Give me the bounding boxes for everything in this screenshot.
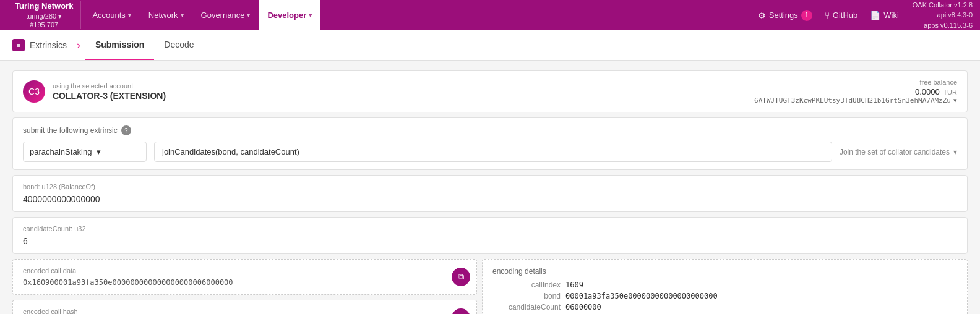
candidate-count-label: candidateCount: u32 [23,225,957,232]
brand-block-number: #195,707 [30,20,58,29]
copy-call-data-button[interactable]: ⧉ [452,268,470,286]
encoded-call-hash-label: encoded call hash [23,308,466,314]
module-chevron-icon: ▾ [97,147,101,156]
page-title-extrinsics: ≡ Extrinsics [12,30,77,60]
module-select[interactable]: parachainStaking ▾ [23,142,147,162]
bottom-row: encoded call data 0x160900001a93fa350e00… [12,259,968,314]
settings-gear-icon: ⚙ [758,11,766,20]
candidate-count-enc-key: candidateCount [492,303,561,312]
extrinsic-section: submit the following extrinsic ? paracha… [12,117,968,170]
nav-developer[interactable]: Developer ▾ [259,0,320,30]
github-icon: ⑂ [825,11,830,20]
using-account-label: using the selected account [53,82,166,90]
account-name: COLLATOR-3 (EXTENSION) [53,91,166,101]
free-balance-label: free balance [754,78,957,86]
call-index-row: callIndex 1609 [492,281,957,289]
github-link[interactable]: ⑂ GitHub [819,11,864,20]
method-value: joinCandidates(bond, candidateCount) [162,147,299,156]
description-value: Join the set of collator candidates [840,148,950,156]
brand-sub: turing/280 ▾ [26,12,62,20]
governance-chevron-icon: ▾ [247,12,250,19]
account-info: using the selected account COLLATOR-3 (E… [53,82,166,101]
address-chevron-icon: ▾ [953,96,957,104]
account-section: C3 using the selected account COLLATOR-3… [12,70,968,112]
encoding-details-section: encoding details callIndex 1609 bond 000… [482,259,968,314]
bond-row: bond 00001a93fa350e00000000000000000000 [492,292,957,300]
account-balance-block: free balance 0.0000 TUR 6ATWJTUGF3zKcwPK… [754,78,957,104]
method-select[interactable]: joinCandidates(bond, candidateCount) [154,142,832,162]
nav-network[interactable]: Network ▾ [140,0,192,30]
candidate-count-enc-value: 06000000 [565,303,601,312]
wiki-icon: 📄 [870,11,880,20]
accounts-chevron-icon: ▾ [128,12,131,19]
help-icon[interactable]: ? [121,125,131,135]
encoded-call-data-value: 0x160900001a93fa350e00000000000000000000… [23,278,466,287]
candidate-count-value[interactable]: 6 [23,236,957,246]
candidate-count-param-section: candidateCount: u32 6 [12,217,968,254]
encoded-call-data-label: encoded call data [23,267,466,274]
tab-arrow-icon: › [77,39,80,52]
description-chevron-icon: ▾ [953,148,957,156]
module-value: parachainStaking [30,147,92,156]
settings-button[interactable]: ⚙ Settings 1 [752,10,819,21]
bond-label: bond: u128 (BalanceOf) [23,183,957,190]
tab-submission[interactable]: Submission [85,30,154,60]
account-address[interactable]: 6ATWJTUGF3zKcwPKLUtsy3TdU8CH21b1GrtSn3eh… [754,96,957,104]
top-navigation: Turing Network turing/280 ▾ #195,707 Acc… [0,0,980,30]
network-chevron-icon: ▾ [181,12,184,19]
brand-name: Turing Network [15,1,73,12]
encoding-details-title: encoding details [492,267,957,276]
account-avatar: C3 [23,80,45,103]
nav-accounts[interactable]: Accounts ▾ [84,0,139,30]
tab-decode[interactable]: Decode [154,30,204,60]
page-icon: ≡ [12,39,25,51]
description-select[interactable]: Join the set of collator candidates ▾ [840,148,957,156]
free-balance-value: 0.0000 TUR [754,87,957,96]
extrinsic-header-label: submit the following extrinsic [23,126,118,135]
nav-governance[interactable]: Governance ▾ [192,0,259,30]
candidate-count-row: candidateCount 06000000 [492,303,957,312]
encoded-call-data-section: encoded call data 0x160900001a93fa350e00… [12,259,477,295]
developer-chevron-icon: ▾ [309,12,312,19]
version-info: OAK Collator v1.2.8 api v8.4.3-0 apps v0… [905,0,973,30]
settings-badge: 1 [801,10,812,21]
call-index-value: 1609 [565,281,583,289]
bond-param-section: bond: u128 (BalanceOf) 4000000000000000 [12,175,968,212]
tabs-bar: ≡ Extrinsics › Submission Decode [0,30,980,61]
bond-enc-key: bond [492,292,561,300]
wiki-link[interactable]: 📄 Wiki [864,11,905,20]
bond-value[interactable]: 4000000000000000 [23,194,957,204]
bond-enc-value: 00001a93fa350e00000000000000000000 [565,292,718,300]
encoded-call-hash-section: encoded call hash 0xe6b1c8dc3daa88025d98… [12,300,477,314]
main-content: C3 using the selected account COLLATOR-3… [0,61,980,314]
call-index-key: callIndex [492,281,561,289]
brand-block[interactable]: Turing Network turing/280 ▾ #195,707 [7,1,81,29]
